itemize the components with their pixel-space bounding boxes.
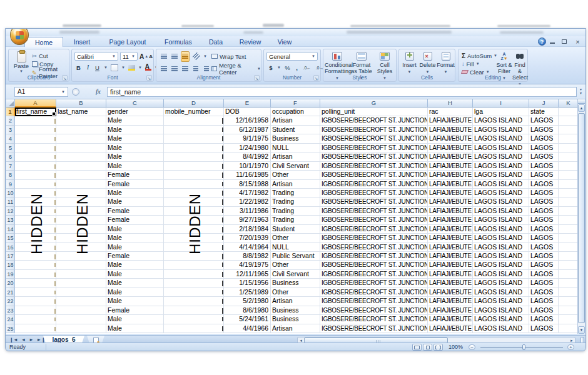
cell-B1[interactable]: last_name: [56, 108, 106, 116]
row-header-9[interactable]: 9: [6, 180, 15, 189]
cell-J10[interactable]: LAGOS: [529, 189, 559, 198]
cell-B8[interactable]: [56, 171, 106, 179]
align-top-button[interactable]: [160, 51, 168, 62]
cell-C22[interactable]: Male: [106, 297, 164, 306]
align-right-button[interactable]: [181, 64, 190, 74]
cell-F24[interactable]: Business: [271, 315, 320, 324]
cell-E21[interactable]: 1/25/1989: [224, 288, 271, 297]
cell-G9[interactable]: IGBOSERE/BEECROFT ST. JUNCTION I: [320, 180, 428, 189]
cell-A15[interactable]: [15, 234, 56, 242]
scroll-up-button[interactable]: ▲: [578, 104, 585, 112]
cell-D20[interactable]: [164, 279, 224, 288]
cell-D24[interactable]: [164, 315, 224, 324]
cell-C12[interactable]: Female: [106, 207, 164, 216]
cell-D12[interactable]: [164, 207, 224, 216]
cell-D8[interactable]: [164, 171, 224, 179]
cell-J18[interactable]: LAGOS: [529, 261, 559, 269]
cell-J1[interactable]: state: [529, 108, 559, 116]
cell-I12[interactable]: LAGOS ISLAND: [473, 207, 529, 216]
column-header-I[interactable]: I: [473, 99, 529, 108]
cell-K22[interactable]: [559, 297, 579, 306]
cell-H23[interactable]: LAFIAJI/EBUTE: [428, 306, 473, 315]
cell-H19[interactable]: LAFIAJI/EBUTE: [428, 270, 473, 279]
cell-F14[interactable]: Student: [271, 225, 320, 234]
cell-C16[interactable]: Male: [106, 243, 164, 252]
cell-E2[interactable]: 12/16/1958: [224, 116, 271, 125]
ribbon-tab-review[interactable]: Review: [233, 37, 267, 47]
cell-J16[interactable]: LAGOS: [529, 243, 559, 252]
cell-D14[interactable]: [164, 225, 224, 234]
column-header-G[interactable]: G: [320, 99, 428, 108]
cell-F5[interactable]: NULL: [271, 144, 320, 152]
cell-A11[interactable]: [15, 198, 56, 206]
cell-F6[interactable]: Artisan: [271, 152, 320, 161]
cell-I17[interactable]: LAGOS ISLAND: [473, 252, 529, 261]
cell-H2[interactable]: LAFIAJI/EBUTE: [428, 116, 473, 125]
cell-A22[interactable]: [15, 297, 56, 306]
column-header-D[interactable]: D: [164, 99, 224, 108]
cell-A16[interactable]: [15, 243, 56, 252]
cell-G22[interactable]: IGBOSERE/BEECROFT ST. JUNCTION I: [320, 297, 428, 306]
cell-H15[interactable]: LAFIAJI/EBUTE: [428, 234, 473, 242]
currency-dropdown[interactable]: ▼: [277, 66, 281, 69]
cell-J8[interactable]: LAGOS: [529, 171, 559, 179]
cell-J20[interactable]: LAGOS: [529, 279, 559, 288]
cell-E18[interactable]: 4/19/1975: [224, 261, 271, 269]
cell-G16[interactable]: IGBOSERE/BEECROFT ST. JUNCTION I: [320, 243, 428, 252]
cell-B13[interactable]: [56, 216, 106, 224]
cell-K8[interactable]: [559, 171, 579, 179]
format-cells-button[interactable]: Format▼: [437, 52, 455, 75]
cell-K15[interactable]: [559, 234, 579, 242]
paste-button[interactable]: Paste▼: [11, 51, 31, 75]
expand-formula-bar-button[interactable]: ▾▾: [577, 88, 584, 96]
row-header-7[interactable]: 7: [6, 162, 15, 171]
bold-button[interactable]: B: [75, 64, 82, 72]
cell-J23[interactable]: LAGOS: [529, 306, 559, 315]
cell-D7[interactable]: [164, 162, 224, 171]
cell-I18[interactable]: LAGOS ISLAND: [473, 261, 529, 269]
italic-button[interactable]: I: [85, 64, 91, 71]
previous-sheet-button[interactable]: ◄: [21, 337, 26, 342]
cell-D11[interactable]: [164, 198, 224, 206]
column-header-K[interactable]: K: [559, 99, 579, 108]
cell-K25[interactable]: [559, 324, 579, 333]
cell-I16[interactable]: LAGOS ISLAND: [473, 243, 529, 252]
cell-A13[interactable]: [15, 216, 56, 224]
cell-D1[interactable]: mobile_number: [164, 108, 224, 116]
cell-K14[interactable]: [559, 225, 579, 234]
cell-I6[interactable]: LAGOS ISLAND: [473, 152, 529, 161]
cell-A20[interactable]: [15, 279, 56, 288]
cell-C21[interactable]: Male: [106, 288, 164, 297]
cell-A21[interactable]: [15, 288, 56, 297]
cell-K2[interactable]: [559, 116, 579, 125]
row-header-5[interactable]: 5: [6, 144, 15, 152]
cell-F22[interactable]: Artisan: [271, 297, 320, 306]
cell-I25[interactable]: LAGOS ISLAND: [473, 324, 529, 333]
cell-J17[interactable]: LAGOS: [529, 252, 559, 261]
cell-J24[interactable]: LAGOS: [529, 315, 559, 324]
cell-C20[interactable]: Male: [106, 279, 164, 288]
cell-I2[interactable]: LAGOS ISLAND: [473, 116, 529, 125]
name-box[interactable]: A1▼: [14, 87, 68, 97]
row-header-8[interactable]: 8: [6, 171, 15, 179]
row-header-1[interactable]: 1: [6, 108, 15, 116]
cell-F15[interactable]: Other: [271, 234, 320, 242]
cell-K6[interactable]: [559, 152, 579, 161]
cell-K13[interactable]: [559, 216, 579, 224]
cell-G4[interactable]: IGBOSERE/BEECROFT ST. JUNCTION I: [320, 134, 428, 143]
cell-I20[interactable]: LAGOS ISLAND: [473, 279, 529, 288]
row-header-4[interactable]: 4: [6, 134, 15, 143]
column-header-F[interactable]: F: [271, 99, 320, 108]
cell-E20[interactable]: 1/15/1956: [224, 279, 271, 288]
cell-G24[interactable]: IGBOSERE/BEECROFT ST. JUNCTION I: [320, 315, 428, 324]
wrap-text-button[interactable]: Wrap Text: [211, 52, 246, 60]
cell-H10[interactable]: LAFIAJI/EBUTE: [428, 189, 473, 198]
cell-H17[interactable]: LAFIAJI/EBUTE: [428, 252, 473, 261]
cell-G11[interactable]: IGBOSERE/BEECROFT ST. JUNCTION I: [320, 198, 428, 206]
cell-H24[interactable]: LAFIAJI/EBUTE: [428, 315, 473, 324]
vertical-scrollbar[interactable]: ▲ ▼: [577, 99, 585, 334]
cell-G19[interactable]: IGBOSERE/BEECROFT ST. JUNCTION I: [320, 270, 428, 279]
column-header-B[interactable]: B: [56, 99, 106, 108]
cell-D19[interactable]: [164, 270, 224, 279]
next-sheet-button[interactable]: ►: [29, 337, 33, 342]
